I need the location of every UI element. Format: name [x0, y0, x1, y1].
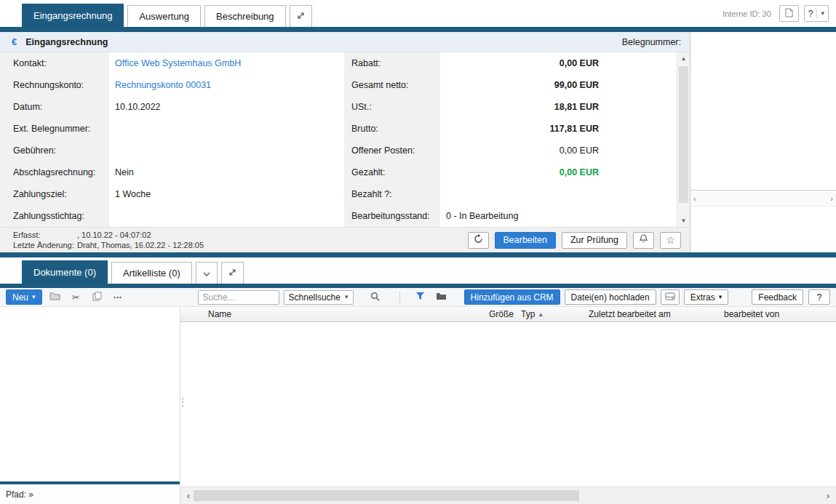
created-value: , 10.10.22 - 04:07:02 [77, 230, 204, 240]
page-title: Eingangsrechnung [25, 37, 108, 47]
tab-eingangsrechnung[interactable]: Eingangsrechnung [22, 4, 124, 27]
folder-dark-icon [436, 292, 447, 303]
tab-dokumente[interactable]: Dokumente (0) [22, 260, 108, 284]
tab-artikelliste[interactable]: Artikelliste (0) [111, 262, 192, 284]
table-horizontal-scrollbar[interactable]: ‹ › [180, 487, 836, 504]
zahlungsstichtag-label: Zahlungsstichtag: [0, 205, 109, 227]
favorite-button[interactable]: ☆ [660, 232, 681, 249]
documents-toolbar: Neu ▾ ✂ ••• Schnellsuche ▾ [0, 288, 836, 307]
app-window: Eingangsrechnung Auswertung Beschreibung… [0, 0, 836, 504]
expand-tab-button[interactable] [290, 5, 312, 27]
field-row: Ext. Belegnummer: Brutto: 117,81 EUR [0, 118, 677, 140]
datum-label: Datum: [0, 96, 109, 118]
rabatt-value: 0,00 EUR [440, 52, 604, 74]
rabatt-label: Rabatt: [344, 52, 440, 74]
preview-horizontal-scrollbar[interactable]: ‹ › [690, 191, 836, 207]
path-bar: Pfad: » [0, 484, 180, 504]
sort-asc-icon: ▲ [538, 311, 544, 318]
invoice-header: € Eingangsrechnung Belegnummer: [0, 32, 690, 52]
ext-belegnummer-value [109, 118, 344, 140]
scroll-right-icon[interactable]: › [823, 490, 833, 501]
main-tab-bar: Eingangsrechnung Auswertung Beschreibung… [0, 0, 836, 27]
document-info-button[interactable] [779, 5, 799, 22]
more-tabs-button[interactable] [196, 262, 218, 284]
tab-beschreibung[interactable]: Beschreibung [204, 5, 286, 27]
euro-icon: € [12, 36, 17, 47]
documents-table-body [180, 322, 836, 487]
search-input[interactable] [198, 290, 279, 305]
scroll-right-icon[interactable]: › [830, 194, 833, 203]
expand-tab-button[interactable] [221, 262, 244, 284]
panel-resize-handle[interactable] [180, 394, 185, 410]
preview-panel: ‹ › [690, 32, 836, 252]
new-button[interactable]: Neu ▾ [6, 289, 42, 305]
form-vertical-scrollbar[interactable]: ▲ ▼ [677, 52, 690, 227]
bezahlt-value [440, 183, 604, 205]
scroll-left-icon[interactable]: ‹ [693, 194, 696, 203]
help-dropdown-button[interactable]: ? ▾ [804, 5, 829, 22]
copy-button[interactable] [89, 290, 106, 305]
abschlagsrechnung-value: Nein [109, 161, 344, 183]
documents-tab-bar: Dokumente (0) Artikelliste (0) [0, 257, 836, 284]
chevron-down-icon [203, 268, 210, 279]
scrollbar-thumb[interactable] [194, 490, 579, 501]
browse-drive-button[interactable] [661, 289, 680, 305]
refresh-icon [474, 234, 483, 246]
ust-value: 18,81 EUR [440, 96, 604, 118]
zahlungsziel-label: Zahlungsziel: [0, 183, 109, 205]
help-button[interactable]: ? [808, 289, 830, 305]
feedback-button[interactable]: Feedback [752, 289, 803, 305]
bearbeitungsstand-label: Bearbeitungsstand: [344, 205, 440, 227]
kontakt-link[interactable]: Office Web Systemhaus GmbH [115, 58, 241, 68]
folder-view-button[interactable] [433, 290, 450, 305]
zahlungsstichtag-value [109, 205, 344, 227]
zur-pruefung-button[interactable]: Zur Prüfung [562, 232, 627, 249]
accent-bar-middle [0, 252, 836, 257]
chevron-down-icon: ▾ [345, 294, 349, 300]
search-icon [370, 292, 380, 303]
field-row: Datum: 10.10.2022 USt.: 18,81 EUR [0, 96, 677, 118]
more-actions-button[interactable]: ••• [110, 290, 127, 305]
path-label: Pfad: » [6, 489, 33, 500]
upload-files-button[interactable]: Datei(en) hochladen [565, 289, 656, 305]
filter-button[interactable] [412, 290, 429, 305]
modified-label: Letzte Änderung: [13, 240, 77, 250]
scrollbar-thumb[interactable] [679, 66, 688, 203]
reminder-button[interactable] [633, 232, 654, 249]
document-icon [785, 8, 793, 20]
quick-search-dropdown[interactable]: Schnellsuche ▾ [284, 290, 354, 305]
accent-bar-top [0, 27, 836, 32]
ust-label: USt.: [344, 96, 440, 118]
column-header-bearbeitet-von[interactable]: bearbeitet von [720, 309, 836, 319]
scroll-down-icon[interactable]: ▼ [677, 215, 690, 227]
datum-value: 10.10.2022 [109, 96, 344, 118]
search-button[interactable] [367, 290, 383, 305]
folder-icon [49, 292, 60, 303]
scroll-up-icon[interactable]: ▲ [677, 52, 690, 65]
expand-icon [297, 11, 305, 22]
column-header-typ[interactable]: Typ▲ [514, 309, 589, 319]
rechnungskonto-link[interactable]: Rechnungskonto 00031 [115, 80, 211, 90]
column-header-zuletzt-bearbeitet[interactable]: Zuletzt bearbeitet am [589, 309, 720, 319]
refresh-button[interactable] [468, 232, 489, 249]
scroll-left-icon[interactable]: ‹ [183, 490, 194, 501]
document-tree[interactable] [0, 307, 180, 481]
chevron-down-icon: ▾ [32, 294, 36, 300]
toolbar-divider [399, 292, 400, 303]
field-row: Gebühren: Offener Posten: 0,00 EUR [0, 140, 677, 161]
add-from-crm-button[interactable]: Hinzufügen aus CRM [464, 289, 560, 305]
gesamt-netto-label: Gesamt netto: [344, 74, 440, 96]
chevron-down-icon: ▾ [719, 294, 722, 300]
bearbeiten-button[interactable]: Bearbeiten [495, 232, 556, 249]
tab-auswertung[interactable]: Auswertung [127, 5, 201, 27]
cut-button[interactable]: ✂ [68, 290, 84, 305]
column-header-name[interactable]: Name [180, 309, 457, 319]
column-header-groesse[interactable]: Größe [457, 309, 514, 319]
folder-tree-panel: Pfad: » [0, 307, 180, 504]
gezahlt-value: 0,00 EUR [440, 161, 604, 183]
extras-dropdown[interactable]: Extras ▾ [684, 289, 729, 305]
offener-posten-label: Offener Posten: [344, 140, 440, 161]
new-folder-button[interactable] [47, 290, 63, 305]
gezahlt-label: Gezahlt: [344, 161, 440, 183]
modified-value: Draht, Thomas, 16.02.22 - 12:28:05 [77, 240, 204, 250]
